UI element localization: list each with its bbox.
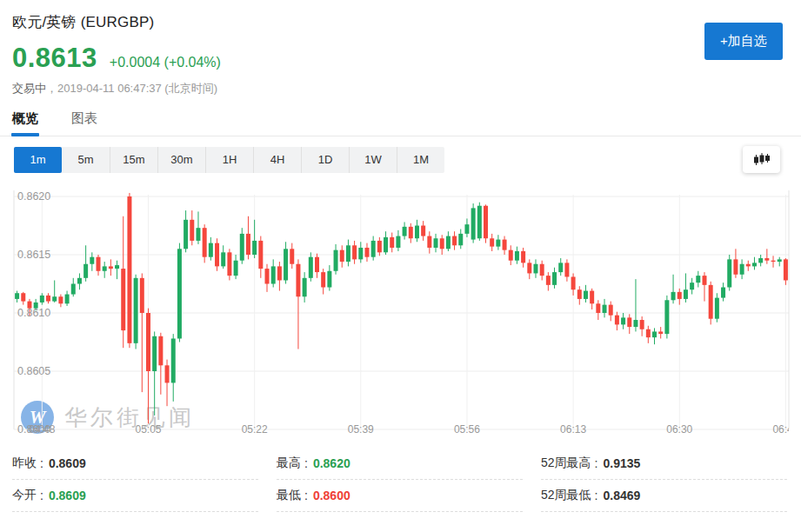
candle	[227, 252, 231, 276]
candle	[158, 336, 163, 366]
interval-button-15m[interactable]: 15m	[110, 147, 157, 173]
y-tick-label: 0.8610	[17, 307, 50, 319]
candle	[509, 250, 513, 261]
interval-button-30m[interactable]: 30m	[157, 147, 205, 173]
stat-row-52周最高: 52周最高:0.9135	[541, 448, 787, 480]
candle	[103, 266, 107, 270]
x-tick-label: 05:05	[135, 423, 161, 436]
stat-value: 0.8600	[313, 489, 350, 502]
candle	[177, 249, 182, 338]
x-axis-labels: 04:4805:0505:2205:3905:5606:1306:3006:47	[0, 422, 789, 440]
interval-button-4H[interactable]: 4H	[253, 147, 301, 173]
candle	[190, 220, 194, 241]
chart-toolbar: 1m5m15m30m1H4H1D1W1M	[14, 146, 787, 173]
candle	[284, 249, 288, 280]
candle	[477, 206, 482, 239]
x-tick-label: 06:47	[772, 423, 789, 436]
candle	[252, 241, 257, 255]
candle	[358, 248, 363, 259]
candle	[390, 237, 394, 248]
stat-label: 52周最高	[541, 456, 591, 471]
candle	[140, 278, 144, 313]
candle	[740, 264, 744, 275]
candle	[277, 266, 282, 280]
candle	[640, 320, 644, 329]
tab-图表[interactable]: 图表	[71, 110, 97, 136]
interval-toolbar: 1m5m15m30m1H4H1D1W1M	[14, 147, 444, 173]
candle	[334, 250, 338, 271]
stat-separator: :	[304, 489, 308, 502]
candle	[352, 245, 357, 259]
candle	[296, 264, 300, 297]
stat-value: 0.8620	[313, 456, 350, 470]
candle	[733, 259, 738, 274]
x-tick-label: 06:13	[560, 423, 586, 436]
candle	[215, 243, 219, 267]
candle	[340, 250, 344, 262]
interval-button-5m[interactable]: 5m	[62, 147, 110, 173]
quote-timestamp: ，2019-04-11 06:47:37 (北京时间)	[46, 82, 217, 95]
candlestick-chart-canvas[interactable]: 0.86200.86150.86100.86050.8600	[0, 183, 801, 442]
candle	[65, 295, 70, 304]
candle	[615, 316, 619, 325]
candle	[746, 264, 751, 267]
candle	[471, 208, 476, 239]
candle	[303, 278, 307, 296]
stat-label: 最高	[277, 456, 301, 471]
candle	[90, 257, 94, 264]
interval-button-1D[interactable]: 1D	[301, 147, 349, 173]
x-tick-label: 05:56	[454, 423, 480, 436]
candle	[97, 257, 101, 271]
candle	[83, 264, 88, 278]
candle	[758, 258, 763, 263]
price-row: 0.8613 +0.0004 (+0.04%)	[12, 43, 787, 74]
chart-type-button[interactable]	[743, 146, 780, 173]
interval-button-1H[interactable]: 1H	[205, 147, 253, 173]
candle	[409, 227, 413, 238]
stat-separator: :	[40, 456, 43, 470]
candle	[134, 278, 138, 343]
interval-button-1M[interactable]: 1M	[397, 147, 444, 173]
y-tick-label: 0.8620	[17, 190, 50, 203]
candle	[540, 264, 544, 276]
candle	[590, 291, 594, 304]
x-tick-label: 05:22	[242, 423, 268, 436]
candle	[503, 240, 507, 250]
candle	[527, 263, 531, 273]
interval-button-1W[interactable]: 1W	[349, 147, 397, 173]
candle	[246, 234, 250, 255]
stat-value: 0.8469	[603, 489, 640, 502]
candle	[384, 237, 388, 252]
candle	[440, 238, 444, 249]
candle	[21, 293, 25, 301]
stat-separator: :	[595, 456, 598, 470]
candle	[321, 272, 325, 287]
candle	[521, 251, 525, 263]
candle	[240, 234, 244, 261]
add-watchlist-button[interactable]: +加自选	[704, 23, 783, 60]
candle	[658, 331, 663, 334]
price-change: +0.0004 (+0.04%)	[110, 55, 221, 70]
candle	[346, 245, 350, 262]
stat-column: 昨收:0.8609今开:0.8609	[12, 448, 258, 512]
tab-概览[interactable]: 概览	[12, 110, 38, 136]
candle	[221, 252, 225, 266]
candle	[15, 293, 19, 299]
candle	[396, 236, 400, 248]
candle	[421, 226, 425, 236]
candle	[596, 303, 600, 313]
stat-label: 最低	[277, 488, 301, 503]
candle	[627, 317, 631, 327]
stat-row-最高: 最高:0.8620	[277, 448, 523, 480]
candle	[490, 238, 494, 246]
candle	[690, 283, 694, 289]
stat-separator: :	[304, 456, 308, 470]
y-tick-label: 0.8605	[17, 365, 50, 377]
candle	[171, 338, 176, 382]
interval-button-1m[interactable]: 1m	[14, 147, 62, 173]
stat-value: 0.8609	[49, 489, 86, 502]
page-title: 欧元/英镑 (EURGBP)	[12, 12, 787, 32]
stat-column: 最高:0.8620最低:0.8600	[277, 448, 523, 512]
price-chart[interactable]: W 华尔街见闻 0.86200.86150.86100.86050.8600 0…	[0, 183, 801, 442]
stat-separator: :	[595, 489, 598, 502]
